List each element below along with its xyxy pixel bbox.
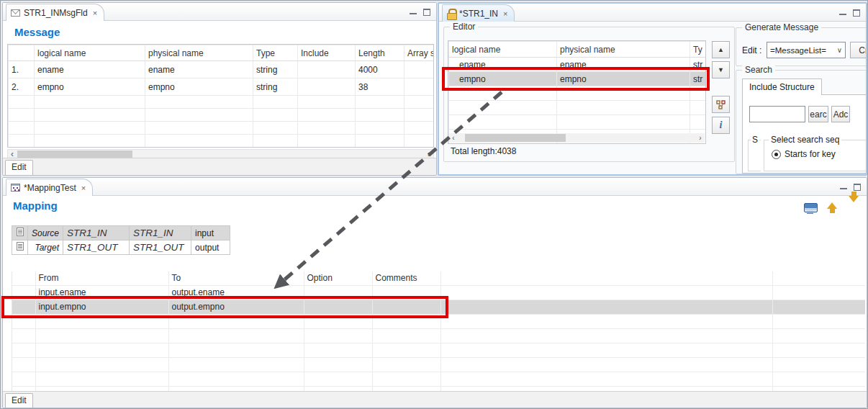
col-logical-name: logical name [35,45,145,61]
cell-include [298,78,356,96]
generate-group-label: Generate Message [742,22,821,32]
tab-edit[interactable]: Edit [5,393,33,408]
editor-scrollbar[interactable]: ‹ › [449,133,705,143]
info-button[interactable]: i [712,117,730,134]
minimize-icon[interactable] [839,12,846,15]
mapping-row-selected[interactable]: input.empno output.empno [12,300,865,314]
cell-comments [372,300,440,314]
create-button[interactable]: Cre [850,42,867,58]
workbench: STR1_INMsgFld × Message logical name phy… [0,0,868,409]
msgfld-table: logical name physical name Type Include … [7,44,434,148]
cell-comments [372,285,440,300]
cell-type: string [253,61,298,78]
col-from: From [35,271,168,285]
structure-tree-icon [716,100,726,109]
tab-mappingtest[interactable]: *MappingTest × [6,179,93,196]
cell-option [304,300,372,314]
message-structure-icon [17,228,24,236]
empty-row [9,122,435,135]
close-icon[interactable]: × [81,184,86,192]
tab-str1-inmsgfld[interactable]: STR1_INMsgFld × [6,4,104,21]
empty-row [9,135,435,148]
editor-group-label: Editor [450,22,478,32]
generate-message-group: Generate Message Edit : =MessageList= ∨ … [736,27,867,66]
radio-starts-for-key[interactable]: Starts for key [772,149,836,159]
mapping-bottom-bar: Edit [3,391,867,408]
col-length: Length [356,45,404,61]
tab-str1-in[interactable]: *STR1_IN × [442,4,515,22]
mapping-table: From To Option Comments input.ename outp… [12,271,865,391]
table-header-row: logical name physical name Type Include … [9,45,435,61]
empty-row [12,328,865,343]
source-physical: STR1_IN [130,226,191,241]
cell-type: str [690,72,707,86]
scroll-left-icon[interactable]: ‹ [449,133,458,143]
empty-row [449,86,707,101]
radio-icon[interactable] [772,150,781,159]
cell-physical: ename [557,58,690,72]
minimize-icon[interactable] [410,11,417,14]
tab-edit[interactable]: Edit [5,160,33,176]
editor-table: logical name physical name Ty ename enam… [448,40,706,144]
empty-row [12,343,865,357]
tab-include-structure[interactable]: Include Structure [742,78,822,95]
close-icon[interactable]: × [93,9,97,17]
cell-logical: empno [449,72,557,86]
cell-logical: ename [35,61,145,78]
cell-physical: empno [145,78,253,96]
target-physical: STR1_OUT [130,241,191,255]
cell-array [404,78,435,96]
target-alias: output [191,241,230,255]
close-icon[interactable]: × [503,9,507,18]
move-down-button[interactable]: ▼ [712,61,730,78]
cell-to: output.ename [168,285,304,300]
move-up-button[interactable]: ▲ [712,41,730,58]
row-number: 1. [9,61,35,78]
structure-tree-button[interactable] [712,96,730,113]
view-mappingtest: *MappingTest × Mapping Source STR1_IN ST… [2,177,867,408]
table-header-row: From To Option Comments [12,271,865,285]
cell-type: string [253,78,298,96]
table-row[interactable]: 2. empno empno string 38 [9,78,435,96]
total-length-label: Total length:4038 [451,146,516,156]
source-row[interactable]: Source STR1_IN STR1_IN input [12,226,230,241]
message-structure-icon [17,242,24,251]
message-list-combo[interactable]: =MessageList= ∨ [767,42,846,58]
empty-row [449,101,707,115]
target-row[interactable]: Target STR1_OUT STR1_OUT output [12,241,230,255]
table-row[interactable]: 1. ename ename string 4000 [9,61,435,78]
col-include: Include [298,45,356,61]
chevron-down-icon: ∨ [837,46,842,54]
search-input[interactable] [749,106,805,122]
mapping-icon [11,184,20,192]
table-row[interactable]: ename ename str [449,58,707,72]
scrollbar-thumb[interactable] [17,150,132,158]
radio-label: Starts for key [785,149,836,159]
col-physical-name: physical name [145,45,253,61]
scroll-right-icon[interactable]: › [696,133,705,143]
col-array-size: Array s [404,45,435,61]
empty-row [12,357,865,372]
cell-from: input.ename [35,285,168,300]
empty-row [9,96,435,109]
mapping-row[interactable]: input.ename output.ename [12,285,865,300]
tab-label: STR1_INMsgFld [24,8,88,18]
col-type: Ty [690,42,707,58]
minimize-icon[interactable] [840,186,847,189]
table-row-selected[interactable]: empno empno str [449,72,707,86]
col-logical-name: logical name [449,42,557,58]
view-str1in: *STR1_IN × Editor logical name physical … [438,2,867,176]
maximize-icon[interactable] [854,184,861,191]
maximize-icon[interactable] [423,9,430,16]
cell-type: str [690,58,707,72]
search-button[interactable]: earc [808,106,828,122]
empty-row [449,115,707,130]
cell-include [298,61,356,78]
maximize-icon[interactable] [853,9,860,17]
info-icon: i [720,120,723,131]
add-button[interactable]: Adc [831,106,850,122]
source-name: STR1_IN [63,226,130,241]
msgfld-bottom-bar: Edit [3,158,436,175]
empty-row [12,386,865,391]
scrollbar-thumb[interactable] [465,134,566,142]
